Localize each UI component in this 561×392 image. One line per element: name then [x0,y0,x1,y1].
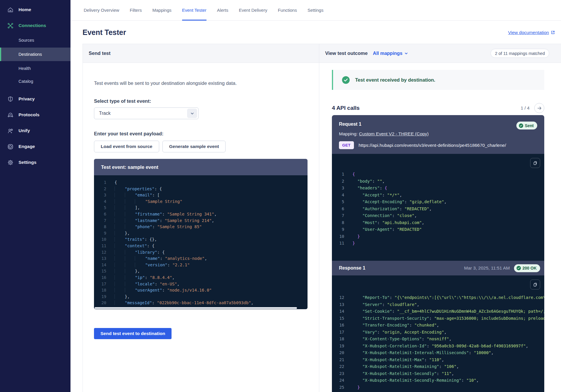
main-content: Delivery Overview Filters Mappings Event… [70,0,561,392]
line-number: 16 [94,275,106,281]
line-number: 15 [332,315,344,322]
tab-label: Functions [278,8,297,13]
code-line: 2 "properties": { [94,186,308,192]
sidebar-item-health[interactable]: Health [0,63,70,74]
code-line: 8 "phone": "Sample String 85" [94,224,308,230]
tab-label: Filters [130,8,142,13]
payload-code-input[interactable]: 1{2 "properties": {3 "email": [4 "Sample… [94,175,308,307]
code-line: 18 "X-Content-Type-Options": "nosniff", [332,336,544,343]
page-header: Event Tester View documentation [70,21,561,44]
code-line: 19 }, [94,294,308,300]
code-line-content: "Authorization": "REDACTED", [352,206,432,213]
code-line-content: } [352,233,360,240]
sidebar-item-unify[interactable]: Unify [0,124,70,137]
load-event-button[interactable]: Load event from source [94,141,159,152]
sidebar-divider [0,89,70,92]
request-code[interactable]: 1{2 "body": "",3 "headers": {4 "Accept":… [332,154,544,261]
line-number: 11 [94,243,106,249]
code-line: 21 "X-Hubspot-Ratelimit-Max": "110", [332,356,544,364]
event-type-select[interactable]: Track [94,107,199,119]
tab-alerts[interactable]: Alerts [217,0,228,20]
mapping-filter-value: All mappings [373,51,402,56]
code-line-content: "Strict-Transport-Security": "max-age=31… [352,315,544,322]
tab-delivery-overview[interactable]: Delivery Overview [84,0,119,20]
home-icon [7,6,14,13]
response-title: Response 1 [339,265,365,271]
tab-settings[interactable]: Settings [308,0,323,20]
sidebar-item-protocols[interactable]: Protocols [0,108,70,122]
code-line-content: "messageId": "022bb90c-bbac-11e4-8dfc-aa… [115,300,253,306]
code-line: 2 "body": "", [332,178,544,185]
payload-editor-title: Test event: sample event [101,164,158,170]
tab-label: Event Tester [182,8,206,13]
next-call-button[interactable] [534,103,544,113]
sidebar-item-settings[interactable]: Settings [0,156,70,169]
mapping-link[interactable]: Custom Event V2 - THREE (Copy) [359,131,429,136]
chevron-down-icon[interactable] [187,109,197,118]
api-call-card: Request 1 Sent Mapping: Custom Event V2 … [332,115,544,392]
scrollbar-thumb[interactable] [95,307,297,309]
line-number: 1 [332,171,344,178]
code-line-content: "context": { [115,243,154,249]
response-code-wrap: 12 "Report-To": "{\"endpoints\":[{\"url\… [332,275,544,392]
code-line: 9 "User-Agent": "REDACTED" [332,226,544,233]
code-line: 12 "library": { [94,249,308,256]
line-number: 20 [332,349,344,356]
request-header: Request 1 Sent Mapping: Custom Event V2 … [332,115,544,154]
destination-tabbar: Delivery Overview Filters Mappings Event… [70,0,561,21]
code-line-content: "X-Hubspot-Ratelimit-Remaining": "106", [352,363,459,370]
code-line: 7 "lastname": "Sample String 214", [94,218,308,224]
check-circle-icon [342,76,350,84]
line-number: 2 [332,178,344,185]
generate-sample-button[interactable]: Generate sample event [162,141,226,152]
sidebar-item-engage[interactable]: Engage [0,140,70,153]
response-code[interactable]: 12 "Report-To": "{\"endpoints\":[{\"url\… [332,275,544,392]
view-documentation-link[interactable]: View documentation [508,30,555,35]
tab-event-tester[interactable]: Event Tester [182,0,206,20]
code-line: 9 }, [94,230,308,237]
code-line-content: "Transfer-Encoding": "chunked", [352,322,439,329]
success-alert: Test event received by destination. [332,70,544,90]
line-number: 7 [94,218,106,224]
sidebar-item-label: Catalog [19,79,33,84]
code-line-content: "traits": {}, [115,236,157,243]
payload-actions: Load event from source Generate sample e… [94,141,307,152]
request-mapping-row: Mapping: Custom Event V2 - THREE (Copy) [339,131,537,137]
response-status-label: 200 OK [523,266,537,270]
code-line-content: "Accept": "*/*", [352,192,402,199]
code-line-content: { [115,179,117,186]
code-line-content: } [352,391,355,392]
sidebar-item-sources[interactable]: Sources [0,35,70,46]
request-title: Request 1 [339,122,361,127]
tab-mappings[interactable]: Mappings [152,0,172,20]
line-number: 20 [94,300,106,306]
sidebar-item-privacy[interactable]: Privacy [0,92,70,106]
sidebar-item-connections[interactable]: Connections [0,19,70,32]
editor-horizontal-scrollbar[interactable] [94,307,308,309]
tab-event-delivery[interactable]: Event Delivery [239,0,267,20]
sidebar-item-catalog[interactable]: Catalog [0,76,70,87]
code-line: 6 "Authorization": "REDACTED", [332,206,544,213]
copy-request-button[interactable] [530,158,540,168]
line-number: 4 [94,198,106,205]
code-line: 5 ], [94,205,308,211]
pagination-label: 1 / 4 [521,105,530,111]
outcome-header-left: View test outcome All mappings [325,51,408,56]
response-header: Response 1 Mar 3, 2025, 11:51 AM 200 OK [332,261,544,275]
send-test-column: Send test Test events will be sent to yo… [83,44,319,392]
code-line-content: "Host": "api.hubapi.com", [352,219,424,226]
sidebar-item-destinations[interactable]: Destinations [0,48,70,61]
sidebar-item-home[interactable]: Home [0,3,70,16]
mapping-filter-dropdown[interactable]: All mappings [373,51,408,56]
sent-status-badge: Sent [516,122,537,129]
send-test-body: Test events will be sent to your destina… [83,63,319,339]
send-test-event-button[interactable]: Send test event to destination [94,328,172,339]
tab-functions[interactable]: Functions [278,0,297,20]
copy-response-button[interactable] [530,280,540,290]
code-line: 14 "version": "2.2.1" [94,262,308,268]
tab-filters[interactable]: Filters [130,0,142,20]
code-line: 23 "X-Hubspot-Ratelimit-Secondly": "11", [332,370,544,377]
code-line-content: "name": "analytics-node", [115,255,207,262]
code-line: 7 "Connection": "close", [332,212,544,219]
tab-label: Mappings [152,8,172,13]
